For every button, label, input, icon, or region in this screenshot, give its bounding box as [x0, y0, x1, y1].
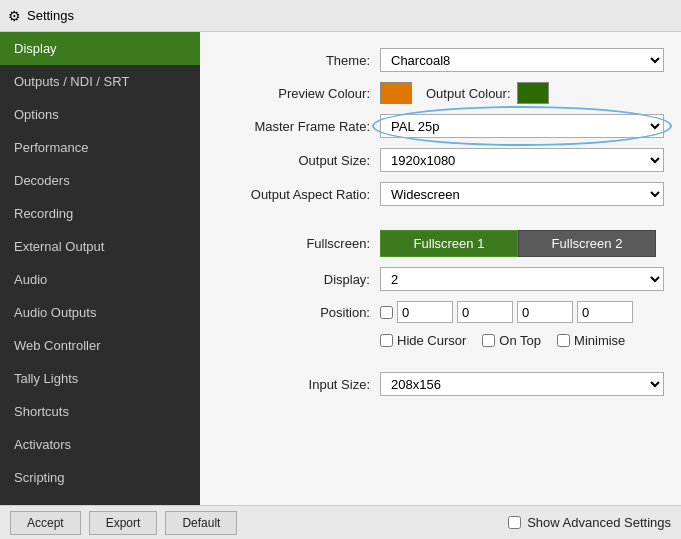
display-control: 1 2 3 [380, 267, 664, 291]
output-aspect-ratio-control: Widescreen 4:3 Square [380, 182, 664, 206]
position-x-input[interactable] [397, 301, 453, 323]
sidebar-item-recording[interactable]: Recording [0, 197, 200, 230]
input-size-select[interactable]: 208x156 320x240 640x480 [380, 372, 664, 396]
minimise-row: Minimise [557, 333, 641, 348]
output-size-row: Output Size: 1920x1080 1280x720 3840x216… [220, 148, 661, 172]
sidebar-item-audio-outputs[interactable]: Audio Outputs [0, 296, 200, 329]
sidebar-item-shortcuts[interactable]: Shortcuts [0, 395, 200, 428]
show-advanced-row: Show Advanced Settings [508, 515, 671, 530]
fullscreen-control: Fullscreen 1 Fullscreen 2 [380, 230, 661, 257]
position-row: Position: [220, 301, 661, 323]
sidebar-item-decoders[interactable]: Decoders [0, 164, 200, 197]
sidebar-item-display[interactable]: Display [0, 32, 200, 65]
sidebar-item-label: Shortcuts [14, 404, 69, 419]
output-aspect-ratio-row: Output Aspect Ratio: Widescreen 4:3 Squa… [220, 182, 661, 206]
sidebar-item-label: Audio [14, 272, 47, 287]
position-control [380, 301, 661, 323]
show-advanced-checkbox[interactable] [508, 516, 521, 529]
accept-button[interactable]: Accept [10, 511, 81, 535]
output-colour-swatch[interactable] [517, 82, 549, 104]
hide-cursor-row: Hide Cursor [380, 333, 482, 348]
sidebar-item-label: Audio Outputs [14, 305, 96, 320]
sidebar-item-web-controller[interactable]: Web Controller [0, 329, 200, 362]
sidebar-item-label: Options [14, 107, 59, 122]
sidebar-item-label: Activators [14, 437, 71, 452]
input-size-label: Input Size: [220, 377, 380, 392]
sidebar-item-performance[interactable]: Performance [0, 131, 200, 164]
output-colour-label: Output Colour: [426, 86, 511, 101]
sidebar-item-label: Recording [14, 206, 73, 221]
master-frame-rate-row: Master Frame Rate: PAL 25p NTSC 29.97p 5… [220, 114, 661, 138]
sidebar-item-activators[interactable]: Activators [0, 428, 200, 461]
fullscreen-1-button[interactable]: Fullscreen 1 [380, 230, 518, 257]
sidebar-item-scripting[interactable]: Scripting [0, 461, 200, 494]
theme-select[interactable]: Charcoal8 Default Dark [380, 48, 664, 72]
master-frame-rate-label: Master Frame Rate: [220, 119, 380, 134]
main-content: DisplayOutputs / NDI / SRTOptionsPerform… [0, 32, 681, 505]
output-size-label: Output Size: [220, 153, 380, 168]
content-area: Theme: Charcoal8 Default Dark Preview Co… [200, 32, 681, 505]
minimise-checkbox[interactable] [557, 334, 570, 347]
sidebar-item-tally-lights[interactable]: Tally Lights [0, 362, 200, 395]
sidebar-item-label: Web Controller [14, 338, 100, 353]
position-label: Position: [220, 305, 380, 320]
output-size-control: 1920x1080 1280x720 3840x2160 [380, 148, 664, 172]
position-inputs [397, 301, 633, 323]
sidebar-item-label: Scripting [14, 470, 65, 485]
title-bar-text: Settings [27, 8, 74, 23]
sidebar-item-options[interactable]: Options [0, 98, 200, 131]
position-w-input[interactable] [517, 301, 573, 323]
title-bar: ⚙ Settings [0, 0, 681, 32]
display-row: Display: 1 2 3 [220, 267, 661, 291]
input-size-row: Input Size: 208x156 320x240 640x480 [220, 372, 661, 396]
fullscreen-2-button[interactable]: Fullscreen 2 [518, 230, 656, 257]
preview-colour-swatch[interactable] [380, 82, 412, 104]
colour-row: Preview Colour: Output Colour: [220, 82, 661, 104]
sidebar-item-external-output[interactable]: External Output [0, 230, 200, 263]
theme-label: Theme: [220, 53, 380, 68]
position-checkbox[interactable] [380, 306, 393, 319]
options-row: Hide Cursor On Top Minimise [220, 333, 661, 348]
sidebar-item-audio[interactable]: Audio [0, 263, 200, 296]
master-frame-rate-select[interactable]: PAL 25p NTSC 29.97p 50p 60p [380, 114, 664, 138]
theme-row: Theme: Charcoal8 Default Dark [220, 48, 661, 72]
sidebar-item-label: Outputs / NDI / SRT [14, 74, 129, 89]
master-frame-rate-control: PAL 25p NTSC 29.97p 50p 60p [380, 114, 664, 138]
sidebar-item-label: Performance [14, 140, 88, 155]
fullscreen-label: Fullscreen: [220, 236, 380, 251]
settings-icon: ⚙ [8, 8, 21, 24]
position-y-input[interactable] [457, 301, 513, 323]
input-size-control: 208x156 320x240 640x480 [380, 372, 664, 396]
colour-control: Output Colour: [380, 82, 661, 104]
hide-cursor-label: Hide Cursor [397, 333, 466, 348]
output-aspect-ratio-select[interactable]: Widescreen 4:3 Square [380, 182, 664, 206]
default-button[interactable]: Default [165, 511, 237, 535]
sidebar-item-label: External Output [14, 239, 104, 254]
output-size-select[interactable]: 1920x1080 1280x720 3840x2160 [380, 148, 664, 172]
fullscreen-row: Fullscreen: Fullscreen 1 Fullscreen 2 [220, 230, 661, 257]
bottom-bar: Accept Export Default Show Advanced Sett… [0, 505, 681, 539]
sidebar-item-label: Tally Lights [14, 371, 78, 386]
display-select[interactable]: 1 2 3 [380, 267, 664, 291]
options-control: Hide Cursor On Top Minimise [380, 333, 661, 348]
display-label: Display: [220, 272, 380, 287]
sidebar: DisplayOutputs / NDI / SRTOptionsPerform… [0, 32, 200, 505]
sidebar-item-label: Decoders [14, 173, 70, 188]
sidebar-item-label: Display [14, 41, 57, 56]
show-advanced-label: Show Advanced Settings [527, 515, 671, 530]
hide-cursor-checkbox[interactable] [380, 334, 393, 347]
theme-control: Charcoal8 Default Dark [380, 48, 664, 72]
sidebar-item-about[interactable]: About [0, 494, 200, 505]
on-top-checkbox[interactable] [482, 334, 495, 347]
on-top-label: On Top [499, 333, 541, 348]
sidebar-item-outputs-ndi-srt[interactable]: Outputs / NDI / SRT [0, 65, 200, 98]
preview-colour-label: Preview Colour: [220, 86, 380, 101]
export-button[interactable]: Export [89, 511, 158, 535]
output-aspect-ratio-label: Output Aspect Ratio: [220, 187, 380, 202]
fullscreen-btn-group: Fullscreen 1 Fullscreen 2 [380, 230, 656, 257]
master-frame-rate-annotated: PAL 25p NTSC 29.97p 50p 60p [380, 114, 664, 138]
on-top-row: On Top [482, 333, 557, 348]
position-h-input[interactable] [577, 301, 633, 323]
minimise-label: Minimise [574, 333, 625, 348]
